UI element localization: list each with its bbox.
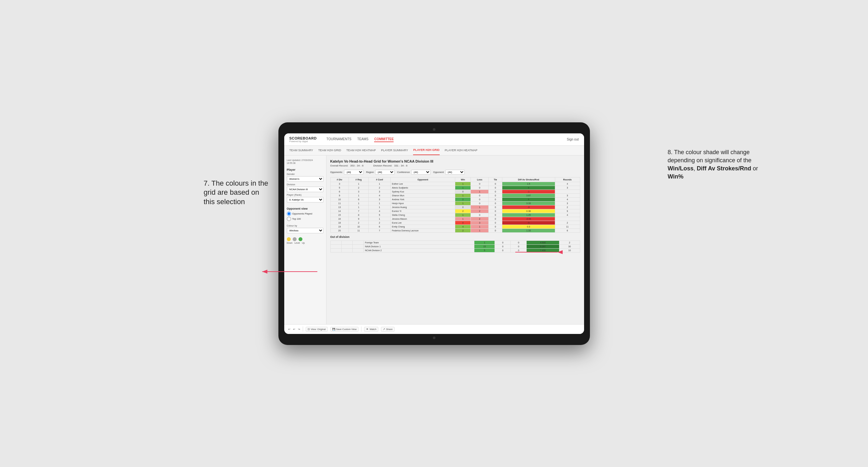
toolbar-sep-2 xyxy=(361,326,362,332)
division-record: Division Record: 331 - 34 - 6 xyxy=(373,164,407,167)
conference-filter: Conference (All) xyxy=(397,170,431,175)
logo-text: SCOREBOARD xyxy=(289,136,317,140)
redo-icon-1[interactable]: ↩ xyxy=(293,328,295,331)
last-updated-time: 16:55:38 xyxy=(287,162,296,164)
top-100-radio[interactable]: Top 100 xyxy=(287,217,323,221)
cell-opponent: Sharon Mun xyxy=(390,193,455,197)
gender-select[interactable]: Women's xyxy=(287,176,323,182)
watch-btn[interactable]: 👁 Watch xyxy=(364,327,378,332)
cell-reg: 11 xyxy=(348,228,368,232)
opponents-played-radio[interactable]: Opponents Played xyxy=(287,212,323,216)
cell-diff: 9.267 xyxy=(527,244,559,248)
cell-loss: 0 xyxy=(470,182,489,186)
colour-dot-level xyxy=(293,237,297,241)
cell-rounds: 4 xyxy=(555,182,580,186)
division-label: Division xyxy=(287,183,323,186)
table-row: 18 2 2 Euna Lee 0 3 0 -5 2 xyxy=(330,221,580,225)
col-opponent: Opponent xyxy=(390,177,455,182)
sign-out-link[interactable]: Sign out xyxy=(567,137,579,141)
cell-conf: 4 xyxy=(369,209,390,213)
col-win: Win xyxy=(455,177,471,182)
opponents-filter: Opponents: (All) xyxy=(330,170,364,175)
cell-div: 20 xyxy=(330,228,348,232)
cell-opponent: Andrea York xyxy=(390,197,455,201)
cell-rounds: 11 xyxy=(555,225,580,228)
sub-nav-player-h2h-heatmap[interactable]: PLAYER H2H HEATMAP xyxy=(445,146,478,155)
legend-down-label: Down xyxy=(287,242,293,244)
cell-div: 19 xyxy=(330,225,348,228)
nav-items: TOURNAMENTS TEAMS COMMITTEE xyxy=(327,136,560,142)
table-row: 11 1 1 Heejo Hyun 1 0 0 3.33 3 xyxy=(330,201,580,205)
camera-dot-bottom xyxy=(433,337,435,339)
col-loss: Loss xyxy=(470,177,489,182)
cell-diff: 4.500 xyxy=(527,241,559,244)
opponents-filter-select[interactable]: (All) xyxy=(344,170,364,175)
cell-win: 0 xyxy=(455,189,471,193)
table-row: 10 6 3 Andrea York 2 0 0 4 4 xyxy=(330,197,580,201)
sub-nav-team-h2h-heatmap[interactable]: TEAM H2H HEATMAP xyxy=(346,146,376,155)
colour-dot-up xyxy=(299,237,303,241)
sub-nav-player-h2h-grid[interactable]: PLAYER H2H GRID xyxy=(413,146,439,155)
cell-loss: 2 xyxy=(470,217,489,221)
cell-reg: 8 xyxy=(348,213,368,217)
gender-label: Gender xyxy=(287,173,323,176)
nav-committee[interactable]: COMMITTEE xyxy=(374,136,394,142)
cell-rounds: 4 xyxy=(555,197,580,201)
col-rounds: Rounds xyxy=(555,177,580,182)
right-annotation-text: 8. The colour shade will change dependin… xyxy=(668,149,758,180)
conference-filter-label: Conference xyxy=(397,171,410,174)
redo-icon-2[interactable]: ↩ xyxy=(298,328,300,331)
cell-diff: 0.3 xyxy=(502,225,555,228)
cell-win: 2 xyxy=(455,209,471,213)
cell-diff: 3.67 xyxy=(502,193,555,197)
cell-reg: 2 xyxy=(348,221,368,225)
table-row: 6 3 3 Sydney Kuo 0 1 0 -1 xyxy=(330,189,580,193)
cell-diff: 0.38 xyxy=(502,209,555,213)
cell-opponent: Esther Lee xyxy=(390,182,455,186)
cell-win: 2 xyxy=(455,228,471,232)
cell-tie: 0 xyxy=(489,205,502,209)
opponent-filter-select[interactable]: (All) xyxy=(445,170,465,175)
colour-by-select[interactable]: Win/loss xyxy=(287,228,323,234)
grid-records: Overall Record: 353 - 34 - 6 Division Re… xyxy=(330,164,580,167)
cell-reg: 1 xyxy=(348,193,368,197)
player-rank-label: Player (Rank) xyxy=(287,193,323,196)
nav-tournaments[interactable]: TOURNAMENTS xyxy=(327,136,351,142)
sub-nav-team-summary[interactable]: TEAM SUMMARY xyxy=(289,146,313,155)
logo-sub: Powered by clippd xyxy=(289,140,317,143)
cell-diff: 1.33 xyxy=(502,228,555,232)
opponent-view-section: Opponent view Opponents Played Top 100 xyxy=(287,207,323,221)
sub-nav-player-summary[interactable]: PLAYER SUMMARY xyxy=(381,146,408,155)
cell-tie: 0 xyxy=(489,189,502,193)
cell-conf: 6 xyxy=(369,225,390,228)
sub-nav-team-h2h-grid[interactable]: TEAM H2H GRID xyxy=(318,146,341,155)
cell-opponent: Jessica Huang xyxy=(390,205,455,209)
ood-table-row: NCAA Division 2 5 0 0 7.400 10 xyxy=(330,248,580,252)
view-original-btn[interactable]: ⊡ View: Original xyxy=(306,327,328,332)
cell-win: 1 xyxy=(455,193,471,197)
opponent-view-title: Opponent view xyxy=(287,207,323,210)
region-filter-select[interactable]: (All) xyxy=(375,170,395,175)
tablet-frame: SCOREBOARD Powered by clippd TOURNAMENTS… xyxy=(278,122,590,345)
division-select[interactable]: NCAA Division III xyxy=(287,187,323,192)
cell-conf: 1 xyxy=(369,217,390,221)
cell-conf xyxy=(352,244,364,248)
save-custom-btn[interactable]: 💾 Save Custom View xyxy=(330,327,359,332)
share-btn[interactable]: ↗ Share xyxy=(381,327,395,332)
toolbar-sep-1 xyxy=(303,326,303,332)
conference-filter-select[interactable]: (All) xyxy=(411,170,431,175)
cell-conf: 2 xyxy=(369,221,390,225)
cell-conf: 1 xyxy=(369,205,390,209)
player-rank-select[interactable]: 8. Katelyn Vo xyxy=(287,197,323,203)
grid-content: Katelyn Vo Head-to-Head Grid for Women's… xyxy=(327,155,584,324)
opponent-filter-label: Opponent xyxy=(433,171,444,174)
cell-rounds: 3 xyxy=(555,186,580,189)
nav-teams[interactable]: TEAMS xyxy=(357,136,368,142)
filters-row: Opponents: (All) Region (All) xyxy=(330,170,580,175)
opponent-view-radio-group: Opponents Played Top 100 xyxy=(287,212,323,221)
cell-tie: 0 xyxy=(489,186,502,189)
undo-icon[interactable]: ↩ xyxy=(288,328,290,331)
cell-win: 1 xyxy=(455,201,471,205)
cell-div: 18 xyxy=(330,221,348,225)
cell-diff: 4 xyxy=(502,186,555,189)
